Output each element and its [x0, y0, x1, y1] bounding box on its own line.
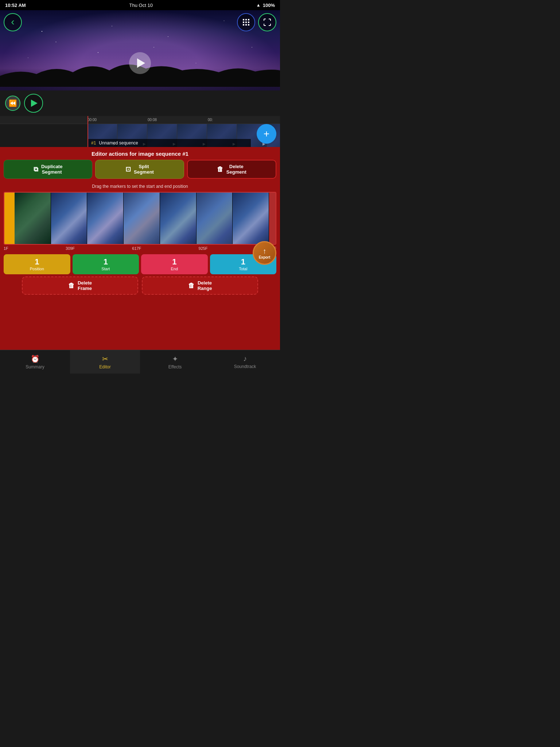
delete-frame-icon: 🗑: [68, 282, 75, 290]
play-button[interactable]: [24, 94, 43, 113]
status-right: ▲ 100%: [256, 3, 275, 8]
filmstrip-frame-7: [233, 193, 269, 244]
tab-editor[interactable]: ✂ Editor: [70, 350, 140, 374]
start-value: 1: [104, 258, 108, 266]
delete-range-button[interactable]: 🗑 DeleteRange: [142, 276, 258, 295]
export-label: Export: [259, 255, 271, 259]
status-time: 10:52 AM: [5, 3, 26, 8]
export-icon: ↑: [263, 247, 267, 255]
frame-label-4: 925F: [199, 246, 208, 251]
tab-summary[interactable]: ⏰ Summary: [0, 350, 70, 374]
filmstrip-frame-2: [51, 193, 88, 244]
filmstrip-frames: [15, 193, 269, 244]
frame-label-1: 1F: [4, 246, 8, 251]
start-marker-button[interactable]: 1 Start: [73, 254, 139, 274]
timeline: 00:00 00:08 00: #1 Unnamed sequence +: [0, 116, 280, 147]
duplicate-icon: ⧉: [34, 166, 38, 173]
filmstrip-labels: 1F 309F 617F 925F 1233F: [0, 245, 280, 252]
battery-level: 100%: [263, 3, 275, 8]
start-label: Start: [101, 267, 110, 271]
effects-label: Effects: [168, 364, 182, 369]
timeline-ruler: 00:00 00:08 00:: [0, 116, 280, 124]
svg-rect-7: [245, 24, 247, 26]
action-buttons-row: ⧉ DuplicateSegment ⊡ SplitSegment 🗑 Dele…: [0, 160, 280, 182]
editor-title: Editor actions for image sequence #1: [0, 147, 280, 160]
sequence-name: Unnamed sequence: [99, 140, 138, 146]
svg-rect-6: [243, 24, 244, 26]
delete-segment-button[interactable]: 🗑 DeleteSegment: [187, 160, 276, 179]
monitor-grid-button[interactable]: [237, 13, 255, 31]
svg-rect-8: [248, 24, 249, 26]
position-label: Position: [30, 267, 44, 271]
filmstrip-frame-1: [15, 193, 51, 244]
end-value: 1: [172, 258, 176, 266]
timeline-mark-3: 00:: [208, 118, 213, 122]
editor-icon: ✂: [102, 355, 108, 363]
filmstrip-frame-3: [87, 193, 124, 244]
svg-rect-1: [245, 19, 247, 20]
effects-icon: ✦: [172, 355, 178, 363]
svg-rect-3: [243, 22, 244, 23]
frame-label-2: 309F: [66, 246, 75, 251]
timeline-mark-1: 00:00: [88, 118, 97, 122]
timeline-sequence-label: #1 Unnamed sequence: [88, 139, 251, 147]
delete-range-icon: 🗑: [188, 282, 195, 290]
top-right-buttons: [237, 13, 276, 31]
wifi-icon: ▲: [256, 3, 261, 8]
tab-bar: ⏰ Summary ✂ Editor ✦ Effects ♪ Soundtrac…: [0, 350, 280, 374]
video-play-button[interactable]: [129, 52, 151, 74]
status-bar: 10:52 AM Thu Oct 10 ▲ 100%: [0, 0, 280, 10]
svg-rect-4: [245, 22, 247, 23]
soundtrack-label: Soundtrack: [234, 364, 256, 369]
timeline-mark-2: 00:08: [148, 118, 157, 122]
total-label: Total: [239, 267, 247, 271]
filmstrip-start-marker[interactable]: [4, 193, 15, 244]
end-label: End: [171, 267, 178, 271]
delete-frame-button[interactable]: 🗑 DeleteFrame: [22, 276, 138, 295]
filmstrip-end-marker[interactable]: [269, 193, 276, 244]
position-marker-button[interactable]: 1 Position: [4, 254, 70, 274]
split-icon: ⊡: [125, 165, 131, 173]
delete-label: DeleteSegment: [226, 164, 246, 175]
sequence-number: #1: [91, 140, 96, 146]
delete-range-label: DeleteRange: [198, 280, 212, 291]
tab-soundtrack[interactable]: ♪ Soundtrack: [210, 350, 280, 374]
rewind-button[interactable]: ⏪: [5, 96, 20, 111]
editor-panel: Editor actions for image sequence #1 ⧉ D…: [0, 147, 280, 350]
summary-label: Summary: [26, 364, 44, 369]
frame-label-3: 617F: [132, 246, 141, 251]
marker-buttons-row: 1 Position 1 Start 1 End 1 Total: [4, 254, 276, 274]
duplicate-segment-button[interactable]: ⧉ DuplicateSegment: [4, 160, 92, 179]
split-label: SplitSegment: [134, 164, 154, 175]
video-controls: ⏪: [0, 90, 280, 116]
end-marker-button[interactable]: 1 End: [141, 254, 208, 274]
total-value: 1: [241, 258, 245, 266]
delete-buttons-row: 🗑 DeleteFrame 🗑 DeleteRange: [0, 276, 280, 295]
tab-effects[interactable]: ✦ Effects: [140, 350, 210, 374]
soundtrack-icon: ♪: [243, 355, 247, 363]
svg-rect-5: [248, 22, 249, 23]
summary-icon: ⏰: [31, 355, 40, 363]
position-value: 1: [35, 258, 39, 266]
split-segment-button[interactable]: ⊡ SplitSegment: [95, 160, 184, 179]
filmstrip-frame-4: [124, 193, 160, 244]
filmstrip-frame-6: [197, 193, 233, 244]
export-button[interactable]: ↑ Export: [253, 241, 276, 265]
editor-label: Editor: [99, 364, 110, 369]
duplicate-label: DuplicateSegment: [41, 164, 63, 175]
filmstrip[interactable]: [4, 192, 276, 245]
svg-rect-2: [248, 19, 249, 20]
status-date: Thu Oct 10: [129, 3, 153, 8]
delete-frame-label: DeleteFrame: [78, 280, 92, 291]
delete-icon: 🗑: [217, 166, 223, 173]
fullscreen-button[interactable]: [258, 13, 276, 31]
instruction-text: Drag the markers to set the start and en…: [0, 182, 280, 192]
back-button[interactable]: [4, 13, 22, 31]
filmstrip-frame-5: [160, 193, 197, 244]
svg-rect-0: [243, 19, 244, 20]
add-clip-button[interactable]: +: [257, 124, 276, 144]
timeline-playhead: [88, 116, 88, 147]
